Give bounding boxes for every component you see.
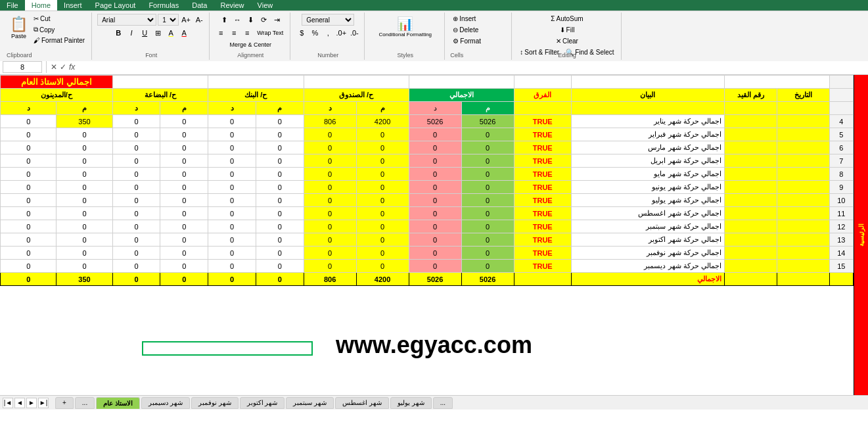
percent-btn[interactable]: %: [309, 27, 321, 39]
sort-filter-button[interactable]: ↕ Sort & Filter: [517, 47, 562, 57]
tab-ellipsis-right[interactable]: ...: [433, 397, 453, 409]
sheet-tab-شهر-يوليو[interactable]: شهر يوليو: [390, 397, 432, 409]
sheet-tab-الاستاذ-عام[interactable]: الاستاذ عام: [96, 397, 140, 409]
tab-data[interactable]: Data: [185, 0, 214, 11]
sheet-tab-شهر-اكتوبر[interactable]: شهر اكتوبر: [240, 397, 285, 409]
copy-button[interactable]: ⧉ Copy: [31, 24, 87, 35]
comma-btn[interactable]: ,: [322, 27, 334, 39]
ribbon: File Home Insert Page Layout Formulas Da…: [0, 0, 868, 59]
format-painter-button[interactable]: 🖌 Format Painter: [31, 35, 87, 45]
clear-button[interactable]: ✕ Clear: [553, 36, 581, 46]
bank-m-subheader: م: [256, 102, 304, 115]
font-group: Arial 11 A+ A- B I U ⊞ A A Font: [93, 12, 210, 60]
sheet-nav-prev[interactable]: ◄: [14, 398, 25, 408]
fill-icon: ⬇: [560, 26, 565, 34]
table-row: 11اجمالي حركة شهر اغسطسTRUE0000000000: [1, 207, 854, 220]
format-button[interactable]: ⚙ Format: [450, 36, 484, 46]
autosum-icon: Σ: [551, 15, 555, 22]
conditional-formatting-icon: 📊: [397, 16, 413, 32]
col-headers-1: التاريخ رقم القيد البيان الفرق الاجمالي …: [1, 89, 854, 102]
tab-ellipsis[interactable]: ...: [75, 397, 95, 409]
insert-button[interactable]: ⊕ Insert: [450, 14, 484, 24]
safe-m-subheader: م: [356, 102, 409, 115]
table-row: 8اجمالي حركة شهر مايوTRUE0000000000: [1, 168, 854, 181]
tab-insert[interactable]: Insert: [57, 0, 89, 11]
sheet-nav-first[interactable]: |◄: [3, 398, 13, 408]
tab-view[interactable]: View: [251, 0, 280, 11]
clear-icon: ✕: [556, 37, 561, 45]
sheet-area: الرئيسية: [0, 75, 868, 410]
increase-decimal-btn[interactable]: .0+: [335, 27, 347, 39]
border-button[interactable]: ⊞: [152, 27, 164, 39]
sheet-tab-شهر-دسيمبر[interactable]: شهر دسيمبر: [141, 397, 190, 409]
bold-button[interactable]: B: [112, 27, 124, 39]
wrap-text-button[interactable]: Wrap Text: [254, 28, 286, 37]
fill-button[interactable]: ⬇ Fill: [557, 25, 578, 35]
tab-review[interactable]: Review: [214, 0, 250, 11]
add-sheet-tab[interactable]: +: [55, 397, 74, 409]
align-middle-btn[interactable]: ↔: [231, 14, 243, 26]
paste-icon: 📋: [10, 16, 28, 33]
tab-home[interactable]: Home: [25, 0, 57, 11]
align-left-btn[interactable]: ≡: [215, 27, 227, 39]
formula-input[interactable]: [78, 63, 865, 71]
cut-icon: ✂: [34, 15, 39, 22]
sheet-nav-last[interactable]: ►|: [38, 398, 49, 408]
underline-button[interactable]: U: [139, 27, 150, 39]
align-top-btn[interactable]: ⬆: [218, 14, 230, 26]
bank-header: ح/ البنك: [208, 89, 304, 102]
merge-center-button[interactable]: Merge & Center: [227, 40, 274, 49]
conditional-formatting-button[interactable]: 📊 Conditional Formatting: [377, 14, 434, 39]
confirm-formula-icon[interactable]: ✓: [60, 62, 66, 72]
text-direction-btn[interactable]: ⟳: [258, 14, 269, 26]
tab-page-layout[interactable]: Page Layout: [89, 0, 143, 11]
tab-formulas[interactable]: Formulas: [142, 0, 185, 11]
decrease-font-btn[interactable]: A-: [193, 14, 205, 26]
table-row: 7اجمالي حركة شهر ابريلTRUE0000000000: [1, 154, 854, 168]
font-name-select[interactable]: Arial: [97, 14, 156, 26]
ribbon-tabs: File Home Insert Page Layout Formulas Da…: [0, 0, 868, 11]
autosum-button[interactable]: Σ AutoSum: [548, 14, 585, 24]
paste-button[interactable]: 📋 Paste: [7, 14, 31, 41]
sheet-tab-شهر-سبتمبر[interactable]: شهر سبتمبر: [286, 397, 334, 409]
fx-icon[interactable]: fx: [69, 62, 75, 72]
sheet-tabs-bar: |◄ ◄ ► ►| + ... الاستاذ عامشهر دسيمبرشهر…: [0, 395, 868, 410]
font-color-button[interactable]: A: [178, 27, 190, 39]
table-row: 10اجمالي حركة شهر يوليوTRUE0000000000: [1, 194, 854, 207]
sheet-tab-شهر-اغسطس[interactable]: شهر اغسطس: [335, 397, 389, 409]
align-right-btn[interactable]: ≡: [241, 27, 253, 39]
delete-button[interactable]: ⊖ Delete: [450, 25, 484, 35]
increase-font-btn[interactable]: A+: [180, 14, 192, 26]
number-format-select[interactable]: General: [302, 14, 354, 26]
safe-d-subheader: د: [304, 102, 356, 115]
table-row: 5اجمالي حركة شهر فبرايرTRUE0000000000: [1, 128, 854, 141]
row-num-header: [829, 76, 853, 89]
editing-group: Σ AutoSum ⬇ Fill ✕ Clear ↕ Sort &: [513, 12, 621, 60]
italic-button[interactable]: I: [126, 27, 137, 39]
decrease-decimal-btn[interactable]: .0-: [348, 27, 360, 39]
table-row: 14اجمالي حركة شهر نوفمبرTRUE0000000000: [1, 247, 854, 260]
goods-d-subheader: د: [112, 102, 160, 115]
sheet-nav: |◄ ◄ ► ►|: [3, 398, 49, 408]
cut-button[interactable]: ✂ Cut: [31, 14, 87, 24]
goods-m-subheader: م: [160, 102, 208, 115]
align-center-btn[interactable]: ≡: [228, 27, 240, 39]
styles-group: 📊 Conditional Formatting Styles: [366, 12, 445, 60]
sort-icon: ↕: [520, 49, 523, 56]
sheet-nav-next[interactable]: ►: [26, 398, 37, 408]
indent-btn[interactable]: ⇥: [271, 14, 283, 26]
sheet-tab-شهر-نوفمبر[interactable]: شهر نوفمبر: [191, 397, 239, 409]
fill-color-button[interactable]: A: [165, 27, 177, 39]
cell-reference-input[interactable]: [3, 61, 42, 73]
tab-file[interactable]: File: [0, 0, 25, 11]
cancel-formula-icon[interactable]: ✕: [51, 62, 57, 72]
table-row: 4اجمالي حركة شهر ينايرTRUE50265026420080…: [1, 115, 854, 128]
align-bottom-btn[interactable]: ⬇: [244, 14, 256, 26]
currency-btn[interactable]: $: [296, 27, 308, 39]
font-size-select[interactable]: 11: [158, 14, 179, 26]
format-painter-icon: 🖌: [34, 37, 40, 44]
main-title: اجمالي الاستاذ العام: [1, 76, 113, 89]
table-row: 6اجمالي حركة شهر مارسTRUE0000000000: [1, 141, 854, 154]
watermark: www.egyacc.com: [336, 331, 532, 359]
spreadsheet-wrapper: الرئيسية: [0, 75, 868, 395]
